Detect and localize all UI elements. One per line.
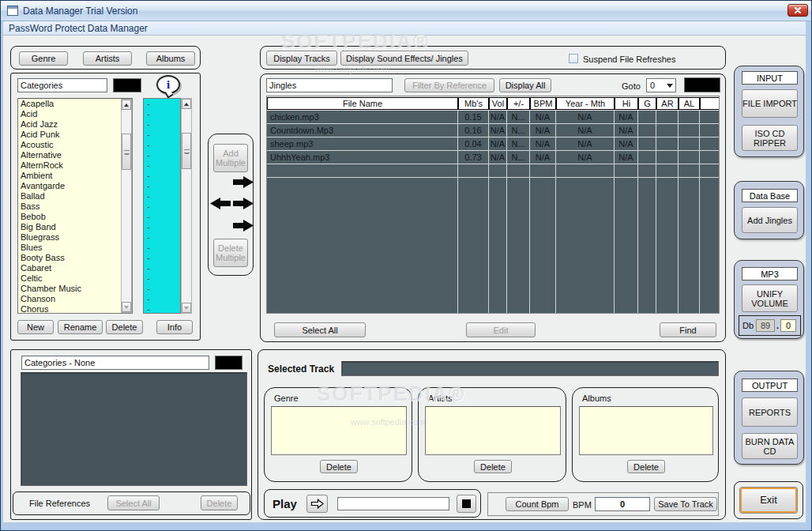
table-cell[interactable]: N/A: [615, 124, 638, 137]
table-cell[interactable]: N/A: [489, 151, 507, 164]
count-list-item[interactable]: -: [144, 273, 180, 284]
genre-list-item[interactable]: Blues: [18, 243, 121, 253]
column-header[interactable]: AL: [679, 97, 700, 110]
genre-list-item[interactable]: Acid: [18, 109, 121, 119]
delete-selected-artist-button[interactable]: Delete: [474, 460, 512, 473]
genre-list-item[interactable]: Celtic: [18, 273, 121, 284]
table-cell[interactable]: [700, 151, 719, 164]
column-header[interactable]: Hi: [615, 97, 638, 110]
table-cell[interactable]: N...: [507, 124, 530, 137]
column-header[interactable]: File Name: [267, 97, 458, 110]
genre-list-item[interactable]: Acid Jazz: [18, 119, 121, 130]
categories-title-field[interactable]: Categories: [17, 78, 107, 92]
count-list-item[interactable]: -: [144, 99, 180, 109]
table-cell[interactable]: N...: [507, 137, 530, 150]
count-bpm-button[interactable]: Count Bpm: [506, 497, 569, 511]
display-tracks-button[interactable]: Display Tracks: [266, 51, 337, 66]
count-list-item[interactable]: -: [144, 171, 180, 181]
table-cell[interactable]: [679, 137, 700, 150]
file-references-listbox[interactable]: [21, 372, 247, 486]
selected-genre-listbox[interactable]: [271, 406, 407, 455]
table-cell[interactable]: [656, 151, 679, 164]
genre-list-item[interactable]: Chanson: [18, 294, 121, 304]
scroll-track[interactable]: [182, 109, 191, 303]
display-sound-effects-button[interactable]: Display Sound Effects/ Jingles: [340, 51, 468, 66]
save-to-track-button[interactable]: Save To Track: [654, 497, 717, 511]
table-row[interactable]: chicken.mp30.15N/AN...N/AN/AN/A: [267, 111, 719, 124]
count-list-item[interactable]: -: [144, 150, 180, 160]
table-cell[interactable]: 0.04: [458, 137, 489, 150]
genre-list-item[interactable]: Acid Punk: [18, 130, 121, 140]
exit-button[interactable]: Exit: [740, 488, 797, 513]
table-cell[interactable]: N/A: [530, 111, 556, 123]
genre-list-item[interactable]: Big Band: [18, 222, 121, 232]
column-header[interactable]: Vol: [489, 97, 507, 110]
table-cell[interactable]: 0.15: [458, 111, 489, 123]
reports-button[interactable]: REPORTS: [742, 397, 798, 427]
table-cell[interactable]: [700, 137, 719, 150]
genre-list-item[interactable]: Bluegrass: [18, 232, 121, 243]
menu-item-password-protect[interactable]: PassWord Protect Data Manager: [9, 23, 148, 34]
table-cell[interactable]: [656, 111, 679, 123]
delete-multiple-button[interactable]: Delete Multiple: [213, 239, 248, 267]
delete-category-button[interactable]: Delete: [106, 320, 143, 334]
column-header[interactable]: [700, 97, 719, 110]
edit-button[interactable]: Edit: [466, 322, 536, 337]
count-list-item[interactable]: -: [144, 109, 180, 119]
find-button[interactable]: Find: [660, 322, 716, 337]
column-header[interactable]: +/-: [507, 97, 530, 110]
count-list-item[interactable]: -: [144, 160, 180, 171]
count-list-item[interactable]: -: [144, 212, 180, 222]
table-cell[interactable]: N/A: [489, 137, 507, 150]
table-cell[interactable]: [638, 111, 656, 123]
genre-list-item[interactable]: Acapella: [18, 99, 121, 109]
column-header[interactable]: G: [638, 97, 656, 110]
goto-select[interactable]: 0: [646, 78, 676, 92]
select-all-references-button[interactable]: Select All: [107, 495, 160, 510]
table-cell[interactable]: N...: [507, 151, 530, 164]
unify-volume-button[interactable]: UNIFY VOLUME: [742, 284, 798, 312]
stop-button[interactable]: [457, 495, 476, 513]
table-cell[interactable]: N/A: [530, 151, 556, 164]
burn-data-cd-button[interactable]: BURN DATA CD: [742, 433, 798, 459]
iso-cd-ripper-button[interactable]: ISO CD RIPPER: [742, 125, 798, 151]
column-header[interactable]: BPM: [530, 97, 556, 110]
scroll-up-button[interactable]: [182, 99, 191, 109]
count-list-item[interactable]: -: [144, 232, 180, 243]
scroll-thumb[interactable]: [122, 134, 131, 170]
select-all-tracks-button[interactable]: Select All: [274, 322, 366, 337]
count-list-item[interactable]: -: [144, 191, 180, 201]
table-row[interactable]: UhhhYeah.mp30.73N/AN...N/AN/AN/A: [267, 151, 719, 164]
table-row[interactable]: sheep.mp30.04N/AN...N/AN/AN/A: [267, 137, 719, 151]
delete-reference-button[interactable]: Delete: [201, 495, 238, 510]
table-cell[interactable]: N/A: [530, 124, 556, 137]
table-cell[interactable]: [700, 124, 719, 137]
file-import-button[interactable]: FILE IMPORT: [742, 89, 798, 118]
delete-selected-album-button[interactable]: Delete: [627, 460, 665, 473]
table-cell[interactable]: [638, 137, 656, 150]
count-list-item[interactable]: -: [144, 222, 180, 232]
table-cell[interactable]: Countdown.Mp3: [267, 124, 458, 137]
count-list-item[interactable]: -: [144, 263, 180, 273]
table-cell[interactable]: N/A: [556, 124, 615, 137]
info-balloon-icon[interactable]: i: [156, 75, 180, 94]
count-list-item[interactable]: -: [144, 284, 180, 294]
genre-list-item[interactable]: Alternative: [18, 150, 121, 160]
table-cell[interactable]: [700, 111, 719, 123]
column-header[interactable]: Mb's: [458, 97, 489, 110]
close-button[interactable]: [788, 4, 808, 17]
scroll-track[interactable]: [122, 110, 131, 302]
count-list-item[interactable]: -: [144, 294, 180, 304]
table-cell[interactable]: N...: [507, 111, 530, 123]
table-cell[interactable]: N/A: [556, 137, 615, 150]
genre-list-item[interactable]: Bebob: [18, 212, 121, 222]
genre-list-item[interactable]: Acoustic: [18, 140, 121, 150]
column-header[interactable]: Year - Mth: [556, 97, 615, 110]
genre-list-item[interactable]: AlternRock: [18, 160, 121, 171]
table-cell[interactable]: N/A: [489, 124, 507, 137]
genre-list-item[interactable]: Ambient: [18, 171, 121, 181]
table-cell[interactable]: 0.73: [458, 151, 489, 164]
table-cell[interactable]: N/A: [615, 151, 638, 164]
table-cell[interactable]: [679, 124, 700, 137]
genre-list-scrollbar[interactable]: [121, 99, 132, 313]
